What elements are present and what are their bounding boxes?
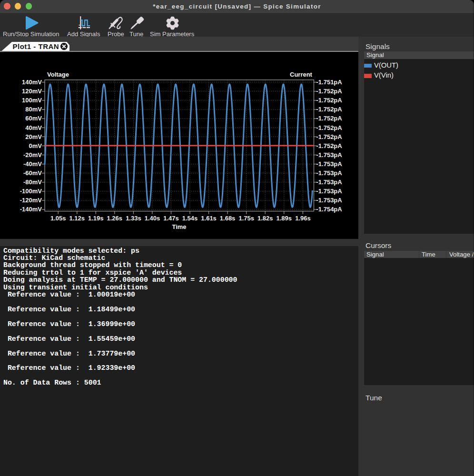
svg-text:1.82s: 1.82s: [257, 215, 273, 222]
svg-text:140mV: 140mV: [22, 79, 42, 86]
svg-text:-1.753pA: -1.753pA: [316, 197, 343, 204]
svg-text:1.68s: 1.68s: [220, 215, 236, 222]
svg-text:Current: Current: [290, 71, 313, 78]
svg-text:-1.752pA: -1.752pA: [316, 124, 343, 131]
svg-text:-1.753pA: -1.753pA: [316, 160, 343, 168]
svg-text:-140mV: -140mV: [20, 206, 42, 213]
svg-text:80mV: 80mV: [25, 106, 42, 113]
svg-text:0mV: 0mV: [29, 142, 42, 149]
svg-text:1.89s: 1.89s: [276, 215, 292, 222]
svg-text:100mV: 100mV: [22, 97, 42, 104]
svg-text:1.26s: 1.26s: [107, 215, 123, 222]
svg-text:-1.752pA: -1.752pA: [316, 115, 343, 122]
svg-text:Voltage: Voltage: [47, 71, 69, 78]
svg-text:-1.751pA: -1.751pA: [316, 79, 343, 86]
svg-text:-60mV: -60mV: [23, 169, 42, 177]
svg-text:-1.752pA: -1.752pA: [316, 106, 343, 113]
svg-text:-1.753pA: -1.753pA: [316, 178, 343, 186]
svg-text:1.33s: 1.33s: [126, 215, 141, 222]
svg-text:1.19s: 1.19s: [88, 215, 104, 222]
svg-text:-100mV: -100mV: [20, 188, 42, 195]
svg-text:1.40s: 1.40s: [145, 215, 160, 222]
svg-text:-1.754pA: -1.754pA: [316, 206, 343, 213]
svg-text:Time: Time: [172, 223, 186, 230]
svg-text:-1.753pA: -1.753pA: [316, 188, 343, 195]
svg-text:1.61s: 1.61s: [201, 215, 217, 222]
svg-text:1.75s: 1.75s: [238, 215, 254, 222]
svg-text:-1.752pA: -1.752pA: [316, 133, 343, 140]
svg-text:20mV: 20mV: [25, 133, 42, 140]
svg-text:-1.752pA: -1.752pA: [316, 88, 343, 95]
svg-text:-1.752pA: -1.752pA: [316, 142, 343, 149]
svg-text:1.54s: 1.54s: [182, 215, 198, 222]
svg-text:120mV: 120mV: [22, 88, 42, 95]
svg-text:40mV: 40mV: [25, 124, 42, 131]
svg-text:60mV: 60mV: [25, 115, 42, 122]
svg-text:-1.753pA: -1.753pA: [316, 151, 343, 159]
svg-text:-1.752pA: -1.752pA: [316, 97, 343, 104]
svg-text:-40mV: -40mV: [23, 160, 42, 168]
svg-text:-20mV: -20mV: [23, 151, 42, 159]
svg-text:1.05s: 1.05s: [50, 215, 66, 222]
svg-text:1.96s: 1.96s: [295, 215, 311, 222]
svg-text:-80mV: -80mV: [23, 178, 42, 186]
svg-text:1.47s: 1.47s: [163, 215, 179, 222]
svg-text:-120mV: -120mV: [20, 197, 42, 204]
svg-text:1.12s: 1.12s: [69, 215, 85, 222]
svg-text:-1.753pA: -1.753pA: [316, 169, 343, 177]
